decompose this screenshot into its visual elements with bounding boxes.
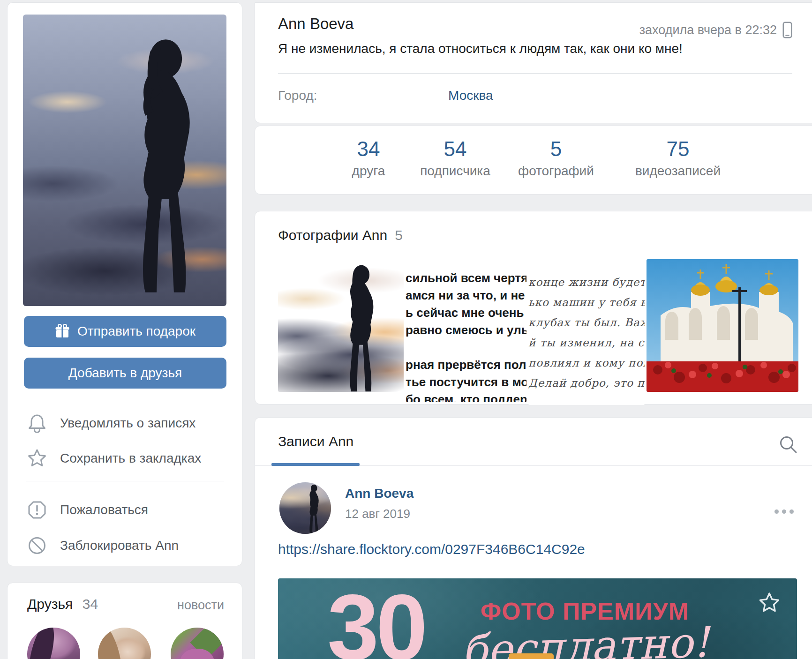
photo-thumb-cathedral[interactable] xyxy=(647,259,798,392)
header-divider xyxy=(278,73,792,74)
counter-friends[interactable]: 34 друга xyxy=(352,137,385,179)
profile-status[interactable]: Я не изменилась, я стала относиться к лю… xyxy=(278,41,683,56)
banner-star-icon xyxy=(757,591,782,615)
friends-title[interactable]: Друзья xyxy=(27,596,73,612)
woman-silhouette xyxy=(330,259,391,392)
notify-posts-label: Уведомлять о записях xyxy=(60,416,195,431)
save-bookmarks-item[interactable]: Сохранить в закладках xyxy=(8,444,243,472)
post-link[interactable]: https://share.flocktory.com/0297F346B6C1… xyxy=(278,541,585,557)
profile-photo[interactable] xyxy=(23,15,226,306)
friend-avatar[interactable] xyxy=(98,628,151,659)
photos-card: Фотографии Ann5 сильной всем чертям наам… xyxy=(255,211,812,404)
photo-text-line: повлиял и кому помог... xyxy=(528,353,645,373)
report-item[interactable]: Пожаловаться xyxy=(8,496,243,524)
counter-followers-label: подписчика xyxy=(420,164,490,179)
star-icon xyxy=(26,448,48,469)
friends-news-link[interactable]: новости xyxy=(177,598,224,613)
photo-text-line: конце жизни будет не важ xyxy=(528,272,645,292)
photos-count: 5 xyxy=(395,227,403,243)
profile-sidebar-card: Отправить подарок Добавить в друзья Увед… xyxy=(7,2,242,566)
photo-row: сильной всем чертям наамся ни за что, и … xyxy=(278,259,798,392)
counter-friends-label: друга xyxy=(352,164,385,179)
woman-silhouette xyxy=(301,482,327,534)
counter-followers-value: 54 xyxy=(420,137,490,161)
photo-text-line xyxy=(406,339,526,356)
friend-avatar[interactable] xyxy=(27,628,80,659)
sidebar-divider xyxy=(26,481,224,481)
friends-title-row: Друзья 34 новости xyxy=(27,596,224,615)
counter-photos-label: фотографий xyxy=(518,164,594,179)
vk-profile-page: { "profile": { "name": "Ann Boeva", "las… xyxy=(0,0,812,659)
counter-videos[interactable]: 75 видеозаписей xyxy=(635,137,721,179)
profile-header-card: Ann Boeva заходила вчера в 22:32 Я не из… xyxy=(255,2,812,123)
report-icon xyxy=(26,499,48,521)
photo-text-line: ь сейчас мне очень тяжел xyxy=(406,304,526,322)
counter-photos[interactable]: 5 фотографий xyxy=(518,137,594,179)
add-friend-button[interactable]: Добавить в друзья xyxy=(24,358,226,389)
last-seen-text: заходила вчера в 22:32 xyxy=(639,23,777,37)
photo-text-line: тье постучится в мои две xyxy=(406,374,526,391)
post-date[interactable]: 12 авг 2019 xyxy=(345,507,410,521)
block-icon xyxy=(26,535,48,556)
mobile-phone-icon xyxy=(782,22,792,38)
last-seen: заходила вчера в 22:32 xyxy=(639,22,792,38)
photos-section-title[interactable]: Фотографии Ann5 xyxy=(278,227,403,243)
cathedral-art xyxy=(647,259,798,392)
city-label: Город: xyxy=(278,88,317,103)
post-actions-menu-icon[interactable] xyxy=(774,509,794,514)
woman-silhouette xyxy=(103,15,225,306)
block-user-item[interactable]: Заблокировать Ann xyxy=(8,532,243,560)
photo-text-line: сильной всем чертям на xyxy=(406,270,526,287)
banner-big-number: 30 xyxy=(327,581,425,659)
posts-section-title[interactable]: Записи Ann xyxy=(278,434,353,449)
add-friend-label: Добавить в друзья xyxy=(68,366,182,381)
photo-text-line: Делай добро, это приятно xyxy=(528,373,645,393)
posts-card: Записи Ann Ann Boeva 12 авг 2019 https:/… xyxy=(255,417,812,659)
gift-icon xyxy=(55,324,70,339)
posts-active-tab-indicator xyxy=(271,463,360,466)
photo-text-line: амся ни за что, и не слома xyxy=(406,287,526,304)
friend-avatar[interactable] xyxy=(171,628,224,659)
counter-photos-value: 5 xyxy=(518,137,594,161)
counter-friends-value: 34 xyxy=(352,137,385,161)
photo-text-line: клубах ты был. Важно, ск xyxy=(528,313,645,333)
banner-gift-box xyxy=(509,653,554,659)
photo-text-line: равно смеюсь и улыбаюсь xyxy=(406,322,526,339)
send-gift-button[interactable]: Отправить подарок xyxy=(24,316,226,347)
counters-card: 34 друга 54 подписчика 5 фотографий 75 в… xyxy=(255,126,812,195)
report-label: Пожаловаться xyxy=(60,502,148,517)
photo-text-line: ько машин у тебя в гараже xyxy=(528,292,645,313)
post-author-avatar[interactable] xyxy=(279,482,331,534)
counter-videos-label: видеозаписей xyxy=(635,164,721,179)
photo-text-line: рная прервётся полоса, xyxy=(406,356,526,374)
photo-text-line: бо всем, кто поддержал м xyxy=(406,391,526,402)
photo-thumb-quote-text[interactable]: сильной всем чертям наамся ни за что, и … xyxy=(406,259,526,402)
city-value-link[interactable]: Москва xyxy=(448,88,493,103)
photo-thumb-handwriting[interactable]: конце жизни будет не важько машин у тебя… xyxy=(528,259,645,405)
search-icon[interactable] xyxy=(778,434,799,455)
counter-followers[interactable]: 54 подписчика xyxy=(420,137,490,179)
post-author-name[interactable]: Ann Boeva xyxy=(345,486,414,501)
post-banner-image[interactable]: 30 ФОТО ПРЕМИУМ бесплатно! xyxy=(278,578,797,659)
photos-title-text: Фотографии Ann xyxy=(278,227,387,243)
save-bookmarks-label: Сохранить в закладках xyxy=(60,451,201,466)
photo-thumb-silhouette[interactable] xyxy=(278,259,404,392)
send-gift-label: Отправить подарок xyxy=(77,324,195,339)
friends-count: 34 xyxy=(83,596,98,612)
profile-name: Ann Boeva xyxy=(278,15,353,33)
photo-text-line: й ты изменил, на скольких xyxy=(528,333,645,353)
block-user-label: Заблокировать Ann xyxy=(60,538,179,553)
friends-card: Друзья 34 новости xyxy=(7,583,242,659)
notify-posts-item[interactable]: Уведомлять о записях xyxy=(8,409,243,437)
counter-videos-value: 75 xyxy=(635,137,721,161)
bell-icon xyxy=(26,412,48,434)
